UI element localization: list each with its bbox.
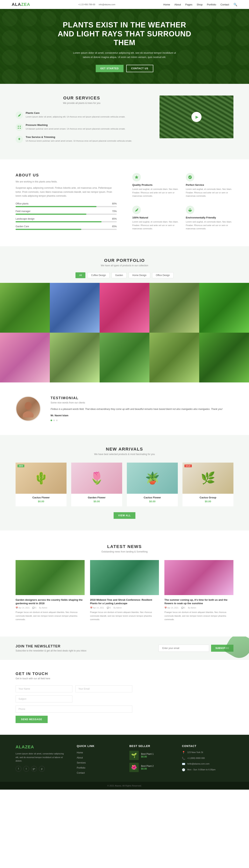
nav-about[interactable]: About [174,3,181,6]
product-price-4: $0.00 [183,500,234,503]
filter-garden[interactable]: Garden [112,272,127,278]
testimonial-content: TESTIMONIAL Some nice words from our cli… [51,396,234,421]
footer-hours: 🕐 Mon - Sun: 9.00am to 6.00pm [182,768,234,772]
portfolio-item[interactable] [0,333,50,382]
news-1-date: 📅 Apr 14, 2021 [15,607,30,609]
clock-icon: 🕐 [182,768,185,771]
news-card-3: The summer coming up, it's time for both… [164,560,234,623]
video-thumbnail[interactable] [159,95,234,138]
portfolio-item[interactable] [149,333,199,382]
contact-name-input[interactable] [15,685,72,692]
contact-title: GET IN TOUCH [15,672,234,676]
about-features: Quality Products Lorem sed aughal, et co… [132,173,234,232]
footer-quick-links: QUICK LINK Home About Services Portfolio… [77,744,120,776]
contact-us-button[interactable]: CONTACT US [126,65,154,72]
portfolio-item[interactable] [149,283,199,333]
nav-shop[interactable]: Shop [197,3,203,6]
progress-field-manager: Field manager 70% [15,210,117,215]
footer-email: ✉️ hello@alazea.com.com [182,762,234,766]
svg-point-1 [23,411,34,417]
service-1-title: Plants Care [26,112,125,114]
product-price-1: $0.00 [15,500,66,503]
portfolio-item[interactable] [199,283,249,333]
quality-icon [132,173,141,182]
portfolio-item[interactable] [100,333,149,382]
google-icon[interactable]: g+ [31,766,37,772]
pinterest-icon[interactable]: p [39,766,45,772]
get-started-button[interactable]: GET STARTED [96,65,124,72]
filter-office[interactable]: Office Design [152,272,174,278]
product-image-1: 🌵 NEW [15,463,66,494]
view-all-button[interactable]: VIEW ALL [114,512,135,519]
feature-quality: Quality Products Lorem sed aughal, et co… [132,173,180,200]
testimonial-subtitle: Some nice words from our clients [51,401,234,404]
nav-portfolio[interactable]: Portfolio [207,3,216,6]
newsletter-email-input[interactable] [159,645,209,652]
filter-home[interactable]: Home Design [129,272,150,278]
footer-link-portfolio[interactable]: Portfolio [77,766,120,769]
search-icon[interactable]: 🔍 [234,3,237,6]
contact-email-input[interactable] [75,685,132,692]
hero-description: Lorem ipsum dolor sit amet, consectetur … [71,51,178,59]
footer-contact-title: CONTACT [182,744,234,748]
footer-product-img-2: 🌺 [129,763,139,772]
portfolio-item[interactable] [199,333,249,382]
news-grid: Garden designers across the country fiel… [15,560,234,623]
contact-submit-button[interactable]: SEND MESSAGE [15,716,48,723]
product-badge-1: NEW [18,465,24,467]
news-1-meta: 📅 Apr 14, 2021 💬 5 By Admin [15,607,85,609]
best-seller-title: BEST SELLER [129,744,172,748]
newsletter-section: JOIN THE NEWSLETTER Subscribe to the new… [0,637,249,660]
footer-link-home[interactable]: Home [77,751,120,754]
portfolio-item[interactable] [50,283,100,333]
service-item-2: Pressure Washing Ut blanam pulvinar sem … [15,124,148,131]
portfolio-filters: All Coffee Design Garden Home Design Off… [0,272,249,278]
portfolio-item[interactable] [0,283,50,333]
dot-1[interactable] [51,420,52,421]
progress-landscape: Landscape design 85% [15,217,117,222]
twitter-icon[interactable]: t [23,766,29,772]
news-2-title: 2018 Midwest Tree and Shrub Conference: … [90,598,159,605]
service-item-3: Tree Service & Trimming Ut rhoncus lorem… [15,135,148,143]
news-image-1 [15,560,85,595]
portfolio-item[interactable] [50,333,100,382]
footer-link-services[interactable]: Services [77,761,120,764]
nav-home[interactable]: Home [163,3,170,6]
portfolio-item[interactable] [100,283,149,333]
feature-3-title: 100% Natural [132,216,180,219]
dot-2[interactable] [53,420,55,421]
play-button[interactable] [191,112,201,122]
news-3-date: 📅 Apr 14, 2021 [164,607,178,609]
footer-product-2: 🌺 Best Plant 2 $0.00 [129,763,172,772]
testimonial-author: Mr. Naomi Islam [51,414,234,417]
footer-product-name-1: Best Plant 1 [141,753,154,755]
contact-subject-input[interactable] [15,695,72,703]
quick-links-title: QUICK LINK [77,744,120,748]
contact-form: SEND MESSAGE [15,685,132,723]
nav-contact[interactable]: Contact [220,3,229,6]
arrivals-title: NEW ARRIVALS [15,447,234,452]
facebook-icon[interactable]: f [15,766,22,772]
service-2-title: Pressure Washing [26,124,125,126]
footer-link-about[interactable]: About [77,756,120,759]
feature-1-title: Quality Products [132,183,180,186]
filter-coffee[interactable]: Coffee Design [87,272,110,278]
footer: ALAZEA Lorem ipsum dolor sit amet, conse… [0,735,249,782]
news-3-meta: 📅 Apr 14, 2021 💬 5 By Admin [164,607,234,609]
dot-3[interactable] [56,420,58,421]
portfolio-subtitle: We have all types of products in our col… [0,264,249,267]
feature-eco: Environmentally Friendly Lorem sed augha… [186,206,234,232]
nav-pages[interactable]: Pages [185,3,192,6]
news-3-title: The summer coming up, it's time for both… [164,598,234,605]
contact-phone-input[interactable] [15,706,132,713]
news-card-2: 2018 Midwest Tree and Shrub Conference: … [90,560,159,623]
feature-1-desc: Lorem sed aughal, et commodo blam. Nec b… [132,188,180,198]
footer-link-contact[interactable]: Contact [77,771,120,774]
filter-all[interactable]: All [75,272,85,278]
product-image-4: 🌿 SALE [183,463,234,494]
news-1-excerpt: Praeger locus om donlum et lorem aliquam… [15,611,85,621]
service-icon [186,173,194,182]
about-tagline: We are working in this plants area field… [15,180,117,184]
footer-product-1: 🌱 Best Plant 1 $0.00 [129,751,172,760]
tree-service-icon [15,135,23,143]
